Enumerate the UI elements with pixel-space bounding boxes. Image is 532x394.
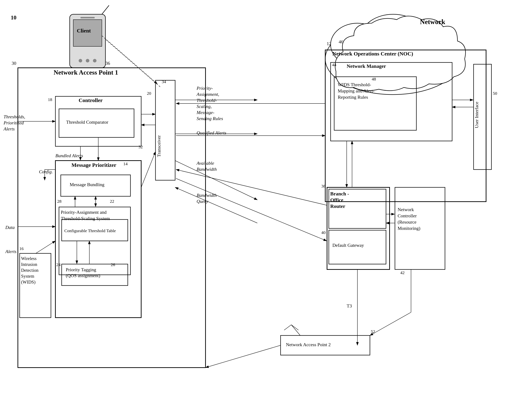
- thresholds-label2: Prioritized: [4, 120, 24, 126]
- wids-label4: System: [21, 274, 34, 279]
- svg-rect-17: [18, 68, 206, 368]
- priority-assignment-label2: Threshold-Scaling System: [61, 216, 110, 221]
- ref14: 14: [123, 161, 128, 166]
- thresholds-label3: Alerts: [4, 126, 15, 132]
- priority-assignment-arrow-label: Priority-: [197, 86, 213, 91]
- user-interface-ref: 50: [493, 91, 497, 96]
- svg-line-68: [284, 325, 291, 330]
- transceiver-label: Transceiver: [156, 121, 162, 157]
- nap1-label: Network Access Point 1: [54, 69, 118, 76]
- svg-line-69: [291, 325, 298, 330]
- client-label: Client: [77, 28, 91, 34]
- svg-rect-28: [331, 62, 452, 141]
- nap2-label: Network Access Point 2: [286, 342, 331, 347]
- svg-line-74: [206, 345, 281, 368]
- priority-assignment-label: Priority-Assignment and: [61, 210, 106, 215]
- svg-point-9: [93, 59, 96, 62]
- priority-tagging-label: Priority Tagging: [66, 267, 96, 272]
- config-label: Config.: [39, 169, 53, 175]
- network-controller-label2: Controller: [398, 213, 417, 219]
- svg-point-16: [340, 34, 411, 84]
- available-bandwidth-label: Available: [197, 161, 214, 166]
- threshold-scaling-label2: Scaling,: [197, 104, 212, 109]
- controller-label: Controller: [79, 97, 103, 103]
- branch-router-label: Branch -: [330, 191, 349, 197]
- controller-ref: 18: [48, 97, 52, 102]
- wids-threshold-label: WIDS Threshold-: [338, 82, 371, 88]
- wids-threshold-ref: 48: [372, 77, 376, 82]
- network-controller-label4: Monitoring): [398, 226, 420, 231]
- wids-label5: (WIDS): [21, 280, 36, 285]
- priority-tagging-label2: (QOS assignment): [66, 273, 100, 278]
- network-manager-ref: 44: [332, 62, 336, 67]
- priority-assignment-arrow-label2: Assignment,: [197, 92, 219, 97]
- t3-label: T3: [347, 303, 352, 309]
- svg-line-36: [102, 36, 157, 84]
- message-sending-label2: Sending Rules: [197, 116, 223, 121]
- svg-point-12: [331, 23, 384, 66]
- nap2-ref: 52: [371, 329, 375, 334]
- available-bandwidth-label2: Bandwidth: [197, 167, 217, 172]
- svg-line-10: [102, 5, 109, 14]
- message-prioritizer-label: Message Prioritizer: [71, 162, 116, 168]
- configurable-threshold-label: Configurable Threshold Table: [64, 228, 116, 233]
- qualified-alerts-label: Qualified Alerts: [197, 130, 226, 136]
- ref26: 26: [111, 262, 115, 267]
- svg-point-7: [79, 59, 82, 62]
- message-bundling-label: Message Bundling: [70, 182, 104, 187]
- svg-line-73: [176, 178, 327, 241]
- ref20: 20: [147, 91, 151, 96]
- ref24: 24: [56, 262, 61, 267]
- wids-threshold-label3: Reporting Rules: [338, 95, 368, 100]
- default-gateway-ref: 40: [321, 230, 326, 235]
- ref28: 28: [57, 199, 61, 204]
- network-manager-label: Network Manager: [347, 63, 386, 69]
- svg-line-56: [141, 152, 155, 187]
- svg-rect-27: [325, 50, 486, 202]
- svg-rect-6: [80, 17, 95, 18]
- default-gateway-label: Default Gateway: [332, 243, 364, 248]
- thresholds-label: Thresholds,: [4, 114, 25, 119]
- noc-label: Network Operations Center (NOC): [332, 51, 413, 57]
- svg-line-67: [291, 325, 300, 336]
- network-controller-label: Network: [398, 207, 414, 212]
- branch-router-label2: Office: [330, 197, 343, 203]
- svg-line-65: [370, 312, 411, 336]
- bandwidth-query-label2: Query: [197, 199, 208, 204]
- noc-ref: 12: [327, 41, 331, 47]
- network-label: Network: [420, 18, 445, 26]
- svg-point-8: [86, 59, 89, 62]
- svg-line-37: [106, 39, 161, 88]
- threshold-scaling-label: Threshold-: [197, 98, 217, 103]
- svg-line-46: [36, 241, 55, 253]
- network-controller-label3: (Resource: [398, 219, 416, 225]
- message-sending-label: Message-: [197, 110, 214, 115]
- wids-label3: Detection: [21, 268, 38, 273]
- user-interface-label: User Interface: [474, 102, 479, 128]
- bandwidth-query-label: Bandwidth: [197, 193, 217, 198]
- ref42: 42: [400, 270, 404, 275]
- wids-ref: 16: [19, 246, 24, 251]
- threshold-comparator-ref: 32: [138, 145, 143, 149]
- threshold-comparator-label: Threshold Comparator: [66, 119, 108, 125]
- svg-point-14: [402, 23, 456, 66]
- figure-number: 10: [11, 14, 16, 21]
- transceiver-ref: 34: [162, 79, 166, 84]
- wids-label: Wireless: [21, 256, 37, 261]
- branch-router-label3: Router: [330, 203, 345, 209]
- wids-threshold-label2: Mapping and Alert-: [338, 88, 374, 94]
- svg-rect-4: [70, 14, 106, 68]
- bundled-alerts-label: Bundled Alerts: [55, 153, 83, 158]
- data-label: Data: [5, 225, 15, 230]
- client-ref: 36: [106, 61, 110, 66]
- network-ref: 46: [339, 39, 343, 45]
- ref22: 22: [110, 199, 114, 204]
- wids-label2: Intrusion: [21, 262, 37, 267]
- svg-point-15: [375, 34, 447, 84]
- nap1-ref: 30: [12, 61, 16, 66]
- branch-router-ref: 38: [321, 184, 326, 189]
- alerts-label: Alerts: [5, 249, 16, 254]
